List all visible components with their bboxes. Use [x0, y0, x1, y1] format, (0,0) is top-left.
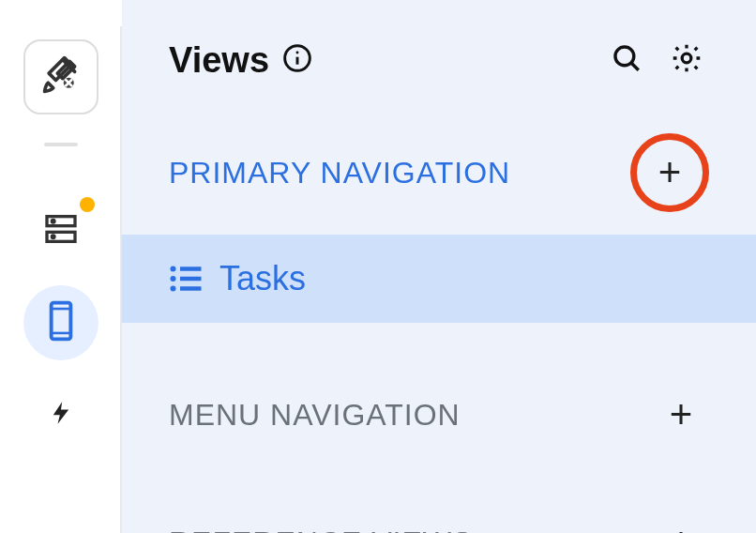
- plus-icon: +: [670, 523, 693, 533]
- rail-item-views[interactable]: [23, 285, 98, 360]
- svg-point-13: [615, 47, 634, 66]
- app-root: Views: [0, 0, 756, 533]
- section-primary-navigation: PRIMARY NAVIGATION +: [122, 120, 756, 225]
- svg-point-16: [171, 266, 176, 272]
- svg-point-5: [52, 220, 54, 222]
- view-item-tasks[interactable]: Tasks: [122, 235, 756, 323]
- settings-button[interactable]: [664, 38, 709, 83]
- notification-dot: [80, 197, 95, 212]
- svg-line-14: [631, 63, 639, 70]
- info-icon[interactable]: [282, 43, 312, 77]
- section-reference-views: REFERENCE VIEWS +: [122, 507, 756, 533]
- section-menu-navigation: MENU NAVIGATION +: [122, 379, 756, 450]
- plus-icon: +: [658, 153, 682, 192]
- section-label-reference: REFERENCE VIEWS: [169, 525, 473, 534]
- mobile-icon: [45, 300, 77, 345]
- add-menu-view-button[interactable]: +: [653, 392, 709, 437]
- svg-point-6: [52, 236, 54, 238]
- rail-separator: [44, 143, 78, 146]
- svg-rect-19: [180, 277, 202, 282]
- rail-item-data[interactable]: [23, 193, 98, 268]
- add-reference-view-button[interactable]: +: [653, 520, 709, 533]
- section-label-menu: MENU NAVIGATION: [169, 398, 461, 433]
- section-label-primary: PRIMARY NAVIGATION: [169, 156, 510, 190]
- search-button[interactable]: [604, 38, 649, 83]
- rail-item-automation[interactable]: [23, 377, 98, 452]
- list-icon: [169, 265, 203, 293]
- svg-point-12: [296, 52, 299, 54]
- rocket-icon: [40, 54, 82, 99]
- rail-rocket-button[interactable]: [23, 39, 98, 114]
- lightning-icon: [48, 394, 74, 435]
- panel-header: Views: [122, 0, 756, 120]
- svg-point-20: [171, 286, 176, 292]
- gear-icon: [670, 41, 703, 79]
- server-icon: [42, 210, 80, 251]
- svg-point-15: [682, 53, 691, 63]
- left-rail: [0, 0, 122, 533]
- svg-rect-17: [180, 266, 202, 271]
- add-primary-view-button[interactable]: +: [630, 133, 709, 212]
- svg-point-18: [171, 276, 176, 282]
- svg-rect-21: [180, 286, 202, 291]
- search-icon: [611, 42, 643, 78]
- plus-icon: +: [670, 395, 693, 434]
- panel-title: Views: [169, 40, 269, 81]
- views-panel: Views: [122, 0, 756, 533]
- view-item-label: Tasks: [219, 259, 306, 298]
